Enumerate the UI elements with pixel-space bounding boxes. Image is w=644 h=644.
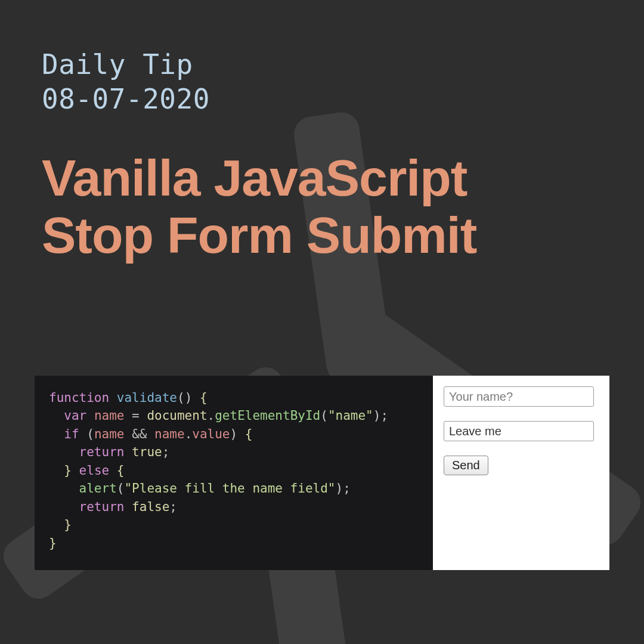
extra-input[interactable]: [444, 421, 594, 441]
semi: ;: [343, 481, 351, 496]
lparen: (: [177, 391, 185, 405]
headline-line2: Stop Form Submit: [42, 206, 476, 264]
op-eq: =: [124, 408, 147, 423]
method-gebi: getElementById: [215, 408, 320, 423]
fn-name: validate: [117, 391, 177, 405]
panels: function validate() { var name = documen…: [35, 376, 609, 570]
rbrace: }: [64, 463, 72, 478]
semi: ;: [169, 500, 177, 514]
rparen: ): [335, 481, 343, 496]
lbrace: {: [117, 463, 125, 478]
str-msg: "Please fill the name field": [124, 481, 335, 496]
rparen: ): [230, 427, 238, 441]
semi: ;: [380, 408, 388, 423]
rbrace: }: [64, 518, 72, 532]
prop-value: value: [192, 427, 230, 441]
rparen: ): [373, 408, 381, 423]
lparen: (: [117, 481, 125, 496]
op-dot: .: [185, 427, 193, 441]
kw-if: if: [64, 427, 79, 441]
lparen: (: [86, 427, 94, 441]
bool-true: true: [132, 445, 162, 459]
header-block: Daily Tip 08-07-2020 Vanilla JavaScript …: [0, 0, 644, 264]
lbrace: {: [200, 391, 208, 405]
send-button[interactable]: Send: [444, 456, 488, 475]
fn-alert: alert: [79, 481, 117, 496]
lparen: (: [320, 408, 328, 423]
str-name: "name": [328, 408, 373, 423]
eyebrow-line2: 08-07-2020: [42, 83, 210, 115]
obj-document: document: [147, 408, 207, 423]
rparen: ): [185, 391, 193, 405]
rbrace: }: [49, 536, 57, 550]
eyebrow-line1: Daily Tip: [42, 48, 193, 80]
name-input[interactable]: [444, 386, 594, 407]
code-panel: function validate() { var name = documen…: [35, 376, 433, 570]
kw-var: var: [64, 408, 86, 423]
var-name: name: [154, 427, 185, 441]
form-panel: Send: [433, 376, 609, 570]
bool-false: false: [132, 500, 169, 514]
kw-function: function: [49, 391, 109, 405]
op-dot: .: [208, 408, 215, 423]
var-name: name: [94, 408, 125, 423]
kw-return: return: [79, 445, 125, 459]
lbrace: {: [245, 427, 253, 441]
eyebrow: Daily Tip 08-07-2020: [42, 48, 602, 116]
kw-return: return: [79, 500, 125, 514]
headline: Vanilla JavaScript Stop Form Submit: [42, 149, 602, 264]
op-and: &&: [124, 427, 154, 441]
kw-else: else: [79, 463, 110, 478]
var-name: name: [94, 427, 125, 441]
headline-line1: Vanilla JavaScript: [42, 149, 467, 206]
semi: ;: [162, 445, 170, 459]
